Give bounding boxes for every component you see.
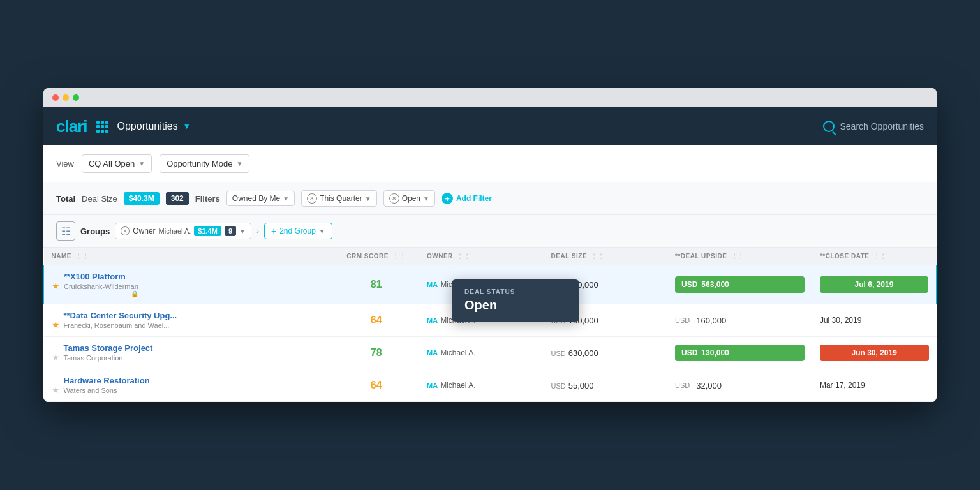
col-resize-deal-icon[interactable]: ⋮⋮: [591, 253, 604, 260]
col-resize-upside-icon[interactable]: ⋮⋮: [731, 253, 745, 260]
data-table-wrapper: Name ⋮⋮ CRM Score ⋮⋮ Owner ⋮⋮ Deal Siz: [43, 248, 937, 402]
filter-owned-by-me[interactable]: Owned By Me ▼: [226, 191, 295, 206]
upside-currency-0: USD: [681, 280, 697, 289]
close-dot[interactable]: [52, 94, 59, 101]
col-resize-owner-icon[interactable]: ⋮⋮: [457, 253, 470, 260]
cell-owner-3: MAMichael A.: [419, 369, 544, 402]
star-icon-3[interactable]: ★: [52, 385, 60, 395]
group-owner-x-icon[interactable]: ✕: [121, 226, 130, 235]
cell-owner-2: MAMichael A.: [419, 337, 544, 369]
nav-opportunities-dropdown[interactable]: Opportunities ▼: [117, 121, 191, 132]
toolbar: View CQ All Open ▼ Opportunity Mode ▼: [43, 145, 937, 182]
opp-name-0: **X100 Platform: [64, 272, 138, 281]
add-filter-label: Add Filter: [456, 194, 492, 203]
upside-amount-1: 160,000: [696, 316, 726, 325]
cell-deal-size-2: USD630,000: [544, 337, 668, 369]
col-header-close-date: **Close Date ⋮⋮: [812, 248, 937, 265]
col-resize-close-icon[interactable]: ⋮⋮: [873, 253, 887, 260]
cell-upside-1: USD160,000: [667, 304, 812, 337]
group-amount-badge: $1.4M: [194, 226, 221, 236]
star-icon-0[interactable]: ★: [52, 281, 60, 291]
upside-amount-3: 32,000: [696, 381, 722, 390]
filter-open-chevron-icon: ▼: [423, 195, 429, 202]
groups-toggle-icon[interactable]: ☷: [56, 221, 75, 241]
header-left: clari Opportunities ▼: [56, 117, 191, 137]
crm-score-value-0: 81: [371, 279, 382, 290]
upside-green-badge-0: USD563,000: [675, 276, 805, 293]
view-select[interactable]: CQ All Open ▼: [82, 154, 152, 173]
tooltip-value: Open: [464, 298, 567, 313]
owner-abbr-0: MA: [427, 281, 438, 288]
upside-green-badge-2: USD130,000: [675, 345, 805, 361]
star-icon-2[interactable]: ★: [52, 352, 60, 362]
search-area[interactable]: Search Opportunities: [823, 121, 924, 132]
owner-abbr-3: MA: [427, 382, 438, 389]
group-owner-label: Owner: [133, 226, 155, 235]
crm-score-value-3: 64: [371, 380, 382, 390]
cell-upside-0: USD563,000: [667, 265, 812, 304]
upside-plain-1: USD160,000: [675, 316, 805, 325]
upside-amount-0: 563,000: [701, 280, 729, 289]
add-group-plus-icon: +: [271, 226, 276, 236]
table-row[interactable]: ★Tamas Storage ProjectTamas Corporation7…: [44, 337, 937, 369]
filter-open[interactable]: ✕ Open ▼: [383, 190, 435, 207]
nav-title: Opportunities: [117, 121, 178, 132]
apps-grid-icon[interactable]: [96, 121, 108, 133]
cell-name-1: ★**Data Center Security Upg...Franecki, …: [44, 304, 334, 337]
close-date-plain-3: Mar 17, 2019: [820, 381, 929, 390]
add-group-chevron-icon: ▼: [319, 228, 325, 235]
filter-quarter-label: This Quarter: [320, 194, 362, 203]
nav-chevron-icon: ▼: [183, 122, 191, 131]
filters-label: Filters: [195, 194, 220, 204]
owner-abbr-1: MA: [427, 316, 438, 324]
add-second-group-button[interactable]: + 2nd Group ▼: [264, 223, 332, 239]
opp-company-0: Cruickshank-Wilderman: [64, 283, 138, 290]
lock-icon-0: 🔒: [131, 290, 138, 297]
col-resize-name-icon[interactable]: ⋮⋮: [75, 253, 89, 260]
filter-owned-label: Owned By Me: [232, 194, 280, 203]
filter-open-x-icon[interactable]: ✕: [389, 193, 399, 204]
close-date-plain-1: Jul 30, 2019: [820, 316, 929, 325]
filters-row: Total Deal Size $40.3M 302 Filters Owned…: [43, 182, 937, 215]
col-resize-crm-icon[interactable]: ⋮⋮: [392, 253, 406, 260]
view-chevron-icon: ▼: [138, 160, 145, 167]
mode-select[interactable]: Opportunity Mode ▼: [160, 154, 249, 173]
cell-close-date-1: Jul 30, 2019: [812, 304, 937, 337]
clari-logo: clari: [56, 117, 87, 137]
browser-window: clari Opportunities ▼ Search Opportuniti…: [43, 88, 937, 402]
close-date-green-0: Jul 6, 2019: [820, 276, 928, 293]
filter-quarter-x-icon[interactable]: ✕: [307, 193, 317, 204]
upside-plain-3: USD32,000: [675, 381, 805, 390]
filter-this-quarter[interactable]: ✕ This Quarter ▼: [301, 190, 377, 207]
upside-amount-2: 130,000: [701, 348, 729, 357]
group-count-badge: 9: [225, 226, 236, 236]
search-icon: [823, 121, 835, 132]
add-filter-plus-icon: +: [442, 193, 453, 204]
col-header-crm: CRM Score ⋮⋮: [333, 248, 419, 265]
deal-amount-3: 55,000: [568, 381, 594, 390]
view-value: CQ All Open: [89, 159, 135, 168]
group-owner-chip[interactable]: ✕ Owner Michael A. $1.4M 9 ▼: [115, 223, 251, 239]
filter-open-label: Open: [402, 194, 420, 203]
opp-name-3: Hardware Restoration: [64, 376, 150, 385]
col-header-deal-size: Deal Size ⋮⋮: [544, 248, 668, 265]
deal-currency-3: USD: [551, 382, 566, 390]
opp-company-1: Franecki, Rosenbaum and Wael...: [64, 322, 177, 329]
app-header: clari Opportunities ▼ Search Opportuniti…: [43, 107, 937, 145]
owner-abbr-2: MA: [427, 349, 438, 357]
opp-company-2: Tamas Corporation: [64, 354, 153, 362]
cell-upside-2: USD130,000: [667, 337, 812, 369]
groups-label: Groups: [80, 226, 110, 236]
group-owner-chevron-icon: ▼: [239, 228, 246, 235]
cell-upside-3: USD32,000: [667, 369, 812, 402]
minimize-dot[interactable]: [63, 94, 69, 101]
table-row[interactable]: ★Hardware RestorationWaters and Sons64MA…: [44, 369, 937, 402]
search-placeholder-text: Search Opportunities: [840, 121, 924, 131]
maximize-dot[interactable]: [73, 94, 79, 101]
add-filter-button[interactable]: + Add Filter: [442, 193, 492, 204]
mode-value: Opportunity Mode: [167, 159, 232, 168]
crm-score-value-1: 64: [371, 315, 382, 325]
star-icon-1[interactable]: ★: [52, 320, 60, 330]
upside-currency-1: USD: [675, 316, 690, 324]
cell-close-date-2: Jun 30, 2019: [812, 337, 937, 369]
